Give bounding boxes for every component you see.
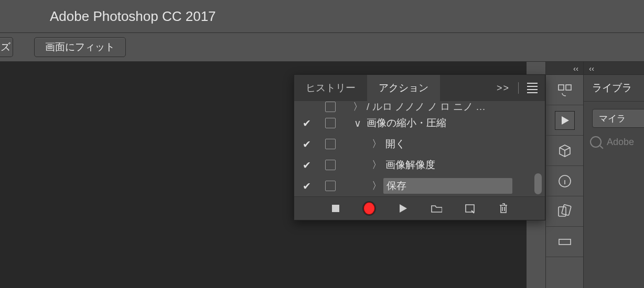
action-step-label: 画像解像度 [383,158,545,172]
check-icon[interactable]: ✔ [303,159,311,171]
chevron-right-icon[interactable]: 〉 [370,179,383,193]
dock-collapse-icon[interactable]: ‹‹ [546,62,584,75]
dock-3d-icon[interactable] [546,136,584,166]
new-action-icon[interactable] [464,203,476,214]
options-bar: ズ 画面にフィット [0,33,644,62]
chevron-down-icon[interactable]: ∨ [351,117,364,129]
check-icon[interactable]: ✔ [303,138,311,150]
tabs-separator [518,82,519,94]
trash-icon[interactable] [498,203,509,214]
action-step-row-selected[interactable]: ✔ 〉 保存 [294,175,545,196]
dialog-toggle-icon[interactable] [325,139,336,149]
play-icon[interactable] [397,203,409,214]
record-icon[interactable] [363,203,375,214]
scrollbar-thumb[interactable] [534,173,542,194]
svg-marker-3 [562,116,569,125]
action-row-fragment[interactable]: 〉 / ルロ ノノノ ノ ロ ニノ … [294,101,545,113]
check-icon[interactable]: ✔ [303,117,311,129]
panel-tabs: ヒストリー アクション >> [294,75,545,101]
dock-history-icon[interactable] [546,75,584,105]
svg-rect-8 [562,204,571,215]
tab-history[interactable]: ヒストリー [294,75,367,101]
actions-panel: ヒストリー アクション >> 〉 / ルロ ノノノ ノ ロ ニノ … ✔ [294,74,545,220]
dock-info-icon[interactable] [546,166,584,196]
dialog-toggle-icon[interactable] [325,181,336,191]
action-step-row[interactable]: ✔ 〉 画像解像度 [294,154,545,175]
dialog-toggle-icon[interactable] [325,102,336,112]
fit-screen-button[interactable]: 画面にフィット [34,37,126,57]
search-placeholder: Adobe [607,137,634,148]
search-icon [590,136,602,148]
library-search[interactable]: Adobe [590,136,644,148]
svg-rect-2 [566,85,571,90]
action-group-row[interactable]: ✔ ∨ 画像の縮小・圧縮 [294,113,545,134]
panel-menu-icon[interactable] [527,83,538,93]
chevron-right-icon[interactable]: 〉 [370,137,383,151]
action-step-label: 保存 [383,178,512,194]
work-area: ヒストリー アクション >> 〉 / ルロ ノノノ ノ ロ ニノ … ✔ [0,62,644,288]
dialog-toggle-icon[interactable] [325,118,336,128]
title-bar: Adobe Photoshop CC 2017 [0,0,644,33]
chevron-right-icon[interactable]: 〉 [370,158,383,172]
icon-dock: ‹‹ [545,62,584,288]
actions-list: 〉 / ルロ ノノノ ノ ロ ニノ … ✔ ∨ 画像の縮小・圧縮 ✔ 〉 開く … [294,101,545,196]
actions-footer [294,196,545,220]
svg-marker-0 [400,204,407,213]
libraries-panel: ‹‹ ライブラ マイラ Adobe [583,62,644,288]
dock-extra-icon[interactable] [546,227,584,257]
stop-icon[interactable] [330,203,341,214]
svg-rect-1 [559,85,564,90]
action-step-row[interactable]: ✔ 〉 開く [294,134,545,154]
tab-libraries[interactable]: ライブラ [584,75,644,102]
side-collapse-icon[interactable]: ‹‹ [584,62,644,75]
action-group-label: 画像の縮小・圧縮 [364,116,545,130]
tab-actions[interactable]: アクション [367,75,440,101]
zoom-button-fragment[interactable]: ズ [0,37,13,57]
dock-actions-play-icon[interactable] [546,105,584,136]
caret-right-icon: 〉 [351,101,364,113]
new-set-folder-icon[interactable] [431,203,442,214]
check-icon[interactable]: ✔ [303,180,311,192]
dock-swatches-icon[interactable] [546,196,584,227]
dialog-toggle-icon[interactable] [325,160,336,170]
app-title: Adobe Photoshop CC 2017 [50,8,216,25]
action-step-label: 開く [383,137,545,151]
svg-rect-9 [559,239,571,245]
tabs-overflow-icon[interactable]: >> [497,83,510,94]
my-library-button[interactable]: マイラ [592,109,644,128]
